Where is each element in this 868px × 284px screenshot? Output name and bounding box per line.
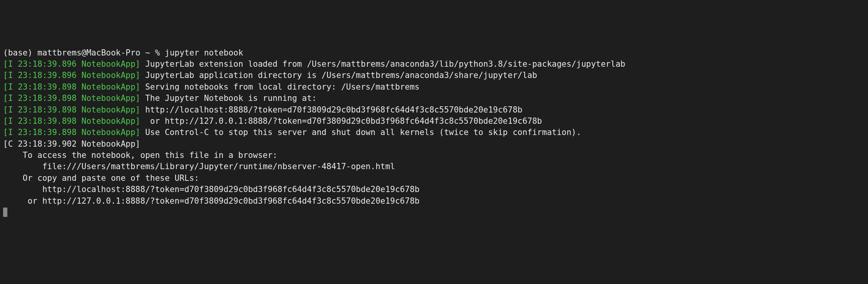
prompt-line: (base) mattbrems@MacBook-Pro ~ % jupyter…	[3, 47, 865, 59]
log-text: or http://127.0.0.1:8888/?token=d70f3809…	[140, 116, 542, 126]
prompt-path: ~	[145, 48, 150, 57]
log-text: JupyterLab application directory is /Use…	[140, 71, 537, 80]
log-text: The Jupyter Notebook is running at:	[140, 94, 317, 103]
log-info-prefix: [I 23:18:39.898 NotebookApp]	[3, 116, 140, 126]
log-info-prefix: [I 23:18:39.896 NotebookApp]	[3, 59, 140, 69]
access-line: or http://127.0.0.1:8888/?token=d70f3809…	[3, 196, 865, 207]
access-line: Or copy and paste one of these URLs:	[3, 173, 865, 184]
prompt-host: MacBook-Pro	[86, 48, 140, 57]
log-line: [C 23:18:39.902 NotebookApp]	[3, 139, 865, 150]
terminal-output[interactable]: (base) mattbrems@MacBook-Pro ~ % jupyter…	[3, 47, 865, 218]
log-text: http://localhost:8888/?token=d70f3809d29…	[140, 105, 522, 114]
log-line: [I 23:18:39.896 NotebookApp] JupyterLab …	[3, 70, 865, 81]
log-line: [I 23:18:39.896 NotebookApp] JupyterLab …	[3, 59, 865, 70]
log-text: JupyterLab extension loaded from /Users/…	[140, 59, 625, 69]
access-line: file:///Users/mattbrems/Library/Jupyter/…	[3, 161, 865, 172]
log-line: [I 23:18:39.898 NotebookApp] Use Control…	[3, 127, 865, 138]
log-line: [I 23:18:39.898 NotebookApp] http://loca…	[3, 104, 865, 116]
prompt-env: (base)	[3, 48, 33, 57]
log-info-prefix: [I 23:18:39.898 NotebookApp]	[3, 94, 140, 103]
log-line: [I 23:18:39.898 NotebookApp] The Jupyter…	[3, 93, 865, 104]
command-text: jupyter notebook	[165, 48, 243, 57]
prompt-user: mattbrems	[38, 48, 82, 57]
log-critical-prefix: [C 23:18:39.902 NotebookApp]	[3, 139, 140, 149]
log-text: Serving notebooks from local directory: …	[140, 82, 420, 92]
cursor-icon	[3, 208, 7, 217]
log-info-prefix: [I 23:18:39.896 NotebookApp]	[3, 71, 140, 80]
access-line: To access the notebook, open this file i…	[3, 150, 865, 161]
log-info-prefix: [I 23:18:39.898 NotebookApp]	[3, 82, 140, 92]
log-line: [I 23:18:39.898 NotebookApp] Serving not…	[3, 81, 865, 93]
log-line: [I 23:18:39.898 NotebookApp] or http://1…	[3, 116, 865, 127]
prompt-symbol: %	[155, 48, 160, 57]
log-info-prefix: [I 23:18:39.898 NotebookApp]	[3, 105, 140, 114]
log-info-prefix: [I 23:18:39.898 NotebookApp]	[3, 128, 140, 137]
log-text: Use Control-C to stop this server and sh…	[140, 128, 581, 137]
access-line: http://localhost:8888/?token=d70f3809d29…	[3, 184, 865, 195]
